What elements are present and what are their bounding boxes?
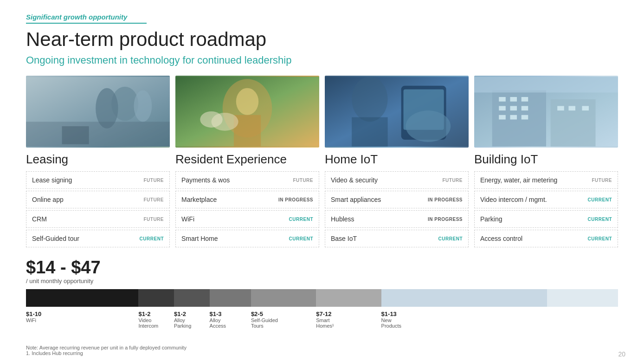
resident-title: Resident Experience (175, 152, 319, 167)
resident-row-2-badge: CURRENT (289, 217, 313, 222)
main-title: Near-term product roadmap (26, 28, 618, 51)
leasing-row-0-badge: FUTURE (143, 178, 164, 183)
column-resident: Resident Experience Payments & wos FUTUR… (175, 76, 325, 249)
resident-row-2: WiFi CURRENT (175, 210, 319, 228)
footnote-1: Note: Average recurring revenue per unit… (26, 345, 618, 350)
buildingiot-row-2-badge: CURRENT (588, 217, 612, 222)
buildingiot-row-2-label: Parking (480, 215, 502, 223)
bar-label-5: $7-12Smart Homes¹ (316, 310, 334, 329)
bar-segment-3 (210, 289, 251, 307)
resident-row-1-badge: IN PROGRESS (278, 197, 313, 202)
bar-label-2: $1-2Alloy Parking (174, 310, 191, 329)
buildingiot-row-3-label: Access control (480, 235, 522, 242)
homeiot-row-3-badge: CURRENT (438, 236, 463, 241)
buildingiot-row-1-badge: CURRENT (588, 197, 612, 202)
footnotes: Note: Average recurring revenue per unit… (26, 345, 618, 356)
buildingiot-row-0-badge: FUTURE (592, 178, 612, 183)
svg-rect-26 (499, 106, 506, 110)
buildingiot-photo (474, 76, 618, 148)
homeiot-row-0-label: Video & security (331, 176, 378, 184)
homeiot-row-3-label: Base IoT (331, 235, 357, 242)
bar-segment-7 (547, 289, 618, 307)
buildingiot-row-1: Video intercom / mgmt. CURRENT (474, 191, 618, 208)
svg-point-18 (352, 77, 388, 122)
significant-growth-label: Significant growth opportunity (26, 13, 618, 21)
leasing-title: Leasing (26, 152, 170, 167)
svg-point-17 (406, 110, 451, 142)
header-divider (26, 23, 147, 24)
subtitle: Ongoing investment in technology for con… (26, 54, 618, 66)
buildingiot-row-3: Access control CURRENT (474, 230, 618, 247)
column-leasing: Leasing Lease signing FUTURE Online app … (26, 76, 175, 249)
bar-label-3: $1-3Alloy Access (210, 310, 226, 329)
column-homeiot: Home IoT Video & security FUTURE Smart a… (325, 76, 474, 249)
buildingiot-row-0: Energy, water, air metering FUTURE (474, 171, 618, 189)
svg-rect-28 (522, 106, 528, 110)
price-section: $14 - $47 / unit monthly opportunity $1-… (26, 258, 618, 356)
page-number: 20 (618, 350, 625, 358)
homeiot-row-1: Smart appliances IN PROGRESS (325, 191, 469, 208)
svg-rect-24 (510, 97, 517, 102)
bar-chart: $1-10WiFi$1-2Video Intercom$1-2Alloy Par… (26, 289, 618, 338)
resident-photo (175, 76, 319, 148)
buildingiot-row-1-label: Video intercom / mgmt. (480, 196, 547, 203)
svg-rect-33 (568, 106, 575, 110)
svg-rect-35 (474, 77, 618, 92)
svg-rect-27 (510, 106, 517, 110)
price-value: $14 - $47 (26, 258, 618, 278)
bar-labels: $1-10WiFi$1-2Video Intercom$1-2Alloy Par… (26, 310, 618, 338)
svg-rect-5 (26, 122, 170, 146)
svg-point-13 (200, 111, 222, 128)
resident-row-1-label: Marketplace (181, 196, 217, 203)
column-buildingiot: Building IoT Energy, water, air metering… (474, 76, 618, 249)
resident-row-2-label: WiFi (181, 215, 194, 223)
homeiot-row-1-label: Smart appliances (331, 196, 381, 203)
price-unit: / unit monthly opportunity (26, 278, 618, 284)
bar-segment-6 (381, 289, 547, 307)
svg-rect-30 (510, 115, 517, 120)
bar-segment-4 (251, 289, 316, 307)
buildingiot-row-3-badge: CURRENT (588, 236, 612, 241)
leasing-row-0: Lease signing FUTURE (26, 171, 170, 189)
homeiot-photo (325, 76, 469, 148)
leasing-photo (26, 76, 170, 148)
homeiot-row-1-badge: IN PROGRESS (428, 197, 463, 202)
homeiot-title: Home IoT (325, 152, 469, 167)
bar-segment-2 (174, 289, 210, 307)
resident-row-0-label: Payments & wos (181, 176, 230, 184)
buildingiot-row-0-label: Energy, water, air metering (480, 176, 557, 184)
leasing-row-2: CRM FUTURE (26, 210, 170, 228)
homeiot-row-2-label: Hubless (331, 215, 354, 223)
footnote-2: 1. Includes Hub recurring (26, 350, 618, 356)
bar-row (26, 289, 618, 307)
leasing-row-3-label: Self-Guided tour (32, 235, 79, 242)
homeiot-row-3: Base IoT CURRENT (325, 230, 469, 247)
resident-row-3-badge: CURRENT (289, 236, 313, 241)
buildingiot-title: Building IoT (474, 152, 618, 167)
bar-label-6: $1-13New Products (381, 310, 401, 329)
svg-rect-23 (499, 97, 506, 102)
resident-row-1: Marketplace IN PROGRESS (175, 191, 319, 208)
homeiot-row-2-badge: IN PROGRESS (428, 217, 463, 222)
leasing-row-1: Online app FUTURE (26, 191, 170, 208)
homeiot-row-0: Video & security FUTURE (325, 171, 469, 189)
svg-rect-29 (499, 115, 506, 120)
svg-point-4 (134, 90, 152, 122)
resident-row-0-badge: FUTURE (293, 178, 313, 183)
bar-label-4: $2-5Self-Guided Tours (251, 310, 278, 329)
leasing-row-1-badge: FUTURE (143, 197, 164, 202)
svg-rect-19 (352, 117, 388, 147)
resident-row-3: Smart Home CURRENT (175, 230, 319, 247)
leasing-row-3: Self-Guided tour CURRENT (26, 230, 170, 247)
bar-label-1: $1-2Video Intercom (138, 310, 158, 329)
bar-segment-0 (26, 289, 138, 307)
svg-rect-31 (522, 115, 528, 120)
svg-point-10 (236, 88, 258, 115)
leasing-row-2-badge: FUTURE (143, 217, 164, 222)
homeiot-row-0-badge: FUTURE (442, 178, 463, 183)
leasing-row-2-label: CRM (32, 215, 47, 223)
bar-segment-1 (138, 289, 174, 307)
leasing-row-3-badge: CURRENT (140, 236, 164, 241)
svg-rect-25 (522, 97, 528, 102)
leasing-row-0-label: Lease signing (32, 176, 72, 184)
